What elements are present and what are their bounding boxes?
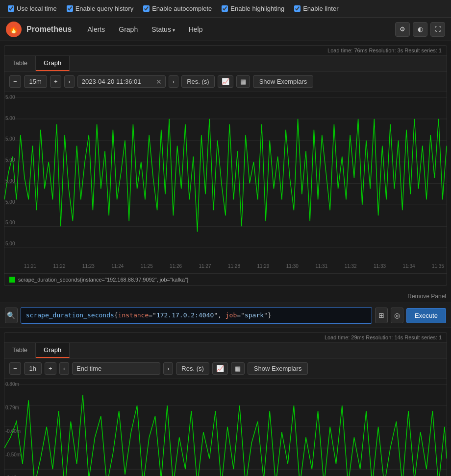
nav-links: Alerts Graph Status Help <box>81 23 395 36</box>
query-metric: scrape_duration_seconds <box>26 311 114 319</box>
panel1-legend-color <box>9 277 15 283</box>
panel1-x-axis: 11:21 11:22 11:23 11:24 11:25 11:26 11:2… <box>22 259 447 273</box>
enable-query-history-label[interactable]: Enable query history <box>67 5 134 12</box>
panel1-clear-datetime-btn[interactable]: ✕ <box>154 78 164 86</box>
fullscreen-icon-btn[interactable]: ⛶ <box>430 22 445 37</box>
panel1-legend: scrape_duration_seconds{instance="192.16… <box>4 273 447 286</box>
panel1-decrement-btn[interactable]: − <box>9 75 21 88</box>
enable-highlighting-label[interactable]: Enable highlighting <box>222 5 284 12</box>
remove-panel-btn[interactable]: Remove Panel <box>0 290 451 303</box>
panel2-chart-container: 0.80m 0.79m -0.60m -0.50m -0.40m -0.30m <box>4 379 447 476</box>
panel2-datetime-input[interactable] <box>72 362 160 375</box>
panel2-tabs: Table Graph <box>4 343 447 358</box>
panel2-bar-chart-btn[interactable]: ▦ <box>231 362 245 375</box>
enable-autocomplete-label[interactable]: Enable autocomplete <box>143 5 212 12</box>
enable-linter-checkbox[interactable] <box>294 5 301 12</box>
panel-1: Load time: 76ms Resolution: 3s Result se… <box>4 45 447 286</box>
enable-autocomplete-checkbox[interactable] <box>143 5 150 12</box>
execute-btn[interactable]: Execute <box>406 308 446 323</box>
panel1-bar-chart-btn[interactable]: ▦ <box>236 75 250 88</box>
metrics-explorer-icon-btn[interactable]: ◎ <box>391 308 403 323</box>
enable-linter-text: Enable linter <box>303 5 338 12</box>
panel2-res-btn[interactable]: Res. (s) <box>176 362 209 375</box>
enable-query-history-text: Enable query history <box>75 5 134 12</box>
use-local-time-checkbox[interactable] <box>8 5 14 12</box>
search-icon-btn[interactable]: 🔍 <box>5 308 18 323</box>
panel1-line-chart-btn[interactable]: 📈 <box>218 75 233 88</box>
panel2-tab-table[interactable]: Table <box>4 343 36 358</box>
query-labels: {instance="172.17.0.2:4040", job="spark"… <box>114 311 272 319</box>
panel2-next-btn[interactable]: › <box>163 362 173 375</box>
nav-graph[interactable]: Graph <box>113 23 144 36</box>
nav-status[interactable]: Status <box>146 23 180 36</box>
panel1-res-btn[interactable]: Res. (s) <box>181 75 215 88</box>
nav-alerts[interactable]: Alerts <box>81 23 111 36</box>
panel1-increment-btn[interactable]: + <box>50 75 62 88</box>
panel1-tab-table[interactable]: Table <box>4 56 36 71</box>
enable-autocomplete-text: Enable autocomplete <box>152 5 212 12</box>
panel1-range: 15m <box>24 75 47 88</box>
panel1-chart-svg <box>4 92 447 259</box>
panel-2: Load time: 29ms Resolution: 14s Result s… <box>4 332 447 476</box>
panel1-next-btn[interactable]: › <box>169 75 178 88</box>
panel2-toolbar: − 1h + ‹ › Res. (s) 📈 ▦ Show Exemplars <box>4 358 447 379</box>
panel2-line-chart-btn[interactable]: 📈 <box>212 362 228 375</box>
nav-help[interactable]: Help <box>183 23 209 36</box>
panel1-stats: Load time: 76ms Resolution: 3s Result se… <box>4 46 447 56</box>
enable-highlighting-checkbox[interactable] <box>222 5 228 12</box>
enable-query-history-checkbox[interactable] <box>67 5 73 12</box>
query-bar: 🔍 scrape_duration_seconds{instance="172.… <box>0 303 451 328</box>
theme-icon-btn[interactable]: ◐ <box>413 22 427 37</box>
panel1-prev-btn[interactable]: ‹ <box>64 75 74 88</box>
format-icon-btn[interactable]: ⊞ <box>375 308 388 323</box>
enable-highlighting-text: Enable highlighting <box>230 5 284 12</box>
panel1-exemplars-btn[interactable]: Show Exemplars <box>253 75 314 88</box>
top-bar: Use local time Enable query history Enab… <box>0 0 451 18</box>
panel2-chart-area: 0.80m 0.79m -0.60m -0.50m -0.40m -0.30m <box>4 379 447 476</box>
use-local-time-label[interactable]: Use local time <box>8 5 57 12</box>
enable-linter-label[interactable]: Enable linter <box>294 5 338 12</box>
nav-icons: ⚙ ◐ ⛶ <box>395 22 445 37</box>
panel2-decrement-btn[interactable]: − <box>9 362 21 375</box>
panel1-y-axis: 5.00 5.00 5.00 5.00 5.00 5.00 5.00 5.00 <box>5 92 15 249</box>
panel2-exemplars-btn[interactable]: Show Exemplars <box>248 362 308 375</box>
use-local-time-text: Use local time <box>17 5 57 12</box>
panel1-tab-graph[interactable]: Graph <box>36 56 70 71</box>
settings-icon-btn[interactable]: ⚙ <box>395 22 410 37</box>
panel1-tabs: Table Graph <box>4 56 447 71</box>
nav-logo: 🔥 <box>6 22 22 37</box>
panel2-tab-graph[interactable]: Graph <box>36 343 70 358</box>
query-input[interactable]: scrape_duration_seconds{instance="172.17… <box>21 307 373 324</box>
panel2-increment-btn[interactable]: + <box>45 362 56 375</box>
panel1-datetime-input[interactable] <box>77 75 166 88</box>
panel1-chart-container: 5.00 5.00 5.00 5.00 5.00 5.00 5.00 5.00 … <box>4 92 447 273</box>
panel1-legend-text: scrape_duration_seconds{instance="192.16… <box>18 277 189 283</box>
nav-bar: 🔥 Prometheus Alerts Graph Status Help ⚙ … <box>0 18 451 41</box>
panel2-range: 1h <box>24 362 42 375</box>
panel1-toolbar: − 15m + ‹ ✕ › Res. (s) 📈 ▦ Show Exemplar… <box>4 71 447 92</box>
panel2-prev-btn[interactable]: ‹ <box>59 362 69 375</box>
panel1-chart-area: 5.00 5.00 5.00 5.00 5.00 5.00 5.00 5.00 <box>4 92 447 259</box>
panel2-y-axis: 0.80m 0.79m -0.60m -0.50m -0.40m -0.30m <box>5 379 21 476</box>
panel2-stats: Load time: 29ms Resolution: 14s Result s… <box>4 333 447 343</box>
panel2-chart-svg <box>4 379 447 476</box>
nav-title: Prometheus <box>26 25 72 34</box>
